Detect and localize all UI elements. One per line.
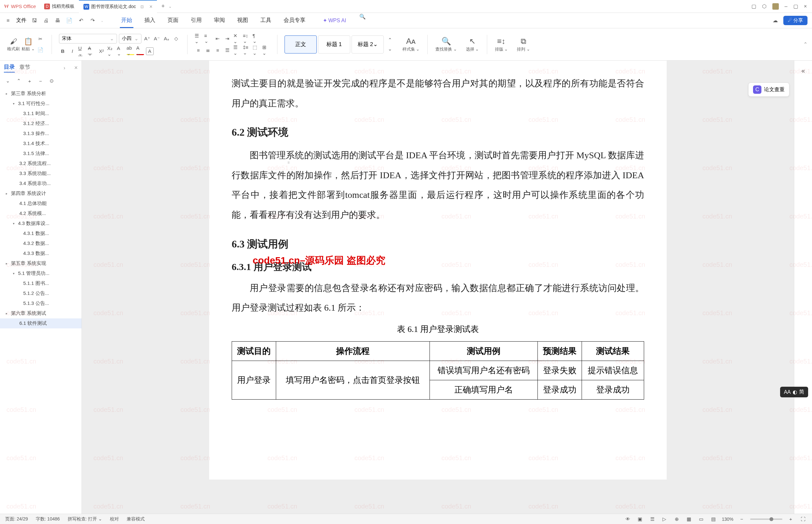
redo-icon[interactable]: ↷ xyxy=(89,17,96,24)
highlight-button[interactable]: ab ⌄ xyxy=(127,47,134,55)
toc-item[interactable]: 3.1.5 法律... xyxy=(0,149,82,159)
zoom-out-button[interactable]: − xyxy=(738,515,746,523)
toc-item[interactable]: 3.3 系统功能... xyxy=(0,168,82,179)
save-as-icon[interactable]: 🖨 xyxy=(43,17,50,24)
style-heading1[interactable]: 标题 1 xyxy=(318,35,350,53)
status-play-icon[interactable]: ▷ xyxy=(661,515,668,523)
select-button[interactable]: ↖ 选择 ⌄ xyxy=(463,37,482,52)
user-avatar[interactable] xyxy=(772,3,779,10)
align-left-button[interactable]: ≡ xyxy=(195,46,202,54)
undo-icon[interactable]: ↶ xyxy=(77,17,84,24)
numbered-list-button[interactable]: ≡ ⌄ xyxy=(204,35,212,43)
sort-button[interactable]: ≡↕ ⌄ xyxy=(243,35,251,43)
font-color-button[interactable]: A ⌄ xyxy=(136,47,144,55)
maximize-icon[interactable]: ▢ xyxy=(793,3,798,9)
toc-item[interactable]: 3.1.3 操作... xyxy=(0,129,82,138)
toc-item[interactable]: 4.1 总体功能 xyxy=(0,198,82,209)
status-squares-icon[interactable]: ▦ xyxy=(685,515,693,523)
text-effects-button[interactable]: A ⌄ xyxy=(117,47,125,55)
menu-tab-review[interactable]: 审阅 xyxy=(213,13,226,28)
rail-collapse-icon[interactable]: « xyxy=(798,65,809,76)
toc-item[interactable]: 6.1 软件测试 xyxy=(0,318,82,328)
print-icon[interactable]: 🖶 xyxy=(54,17,61,24)
view-page-icon[interactable]: ▢ xyxy=(751,3,756,9)
paragraph-handle-icon[interactable]: ⠿ xyxy=(287,161,290,165)
line-spacing-button[interactable]: ‡≡ ⌄ xyxy=(243,46,251,54)
app-logo[interactable]: WPS Office xyxy=(0,3,40,9)
toc-item[interactable]: ▾5.1 管理员功... xyxy=(0,268,82,278)
wps-ai-button[interactable]: ✦WPS AI xyxy=(323,13,346,28)
thesis-check-button[interactable]: C 论文查重 xyxy=(748,82,790,97)
decrease-indent-button[interactable]: ⇤ xyxy=(214,35,222,43)
status-web-icon[interactable]: ▤ xyxy=(710,515,717,523)
status-book-icon[interactable]: ▭ xyxy=(697,515,705,523)
sidebar-remove-icon[interactable]: − xyxy=(37,77,45,85)
zoom-slider[interactable] xyxy=(750,519,782,520)
subscript-button[interactable]: X₂ ⌄ xyxy=(107,47,115,55)
char-shading-button[interactable]: A xyxy=(146,47,154,55)
sidebar-next-icon[interactable]: › xyxy=(64,65,65,71)
toc-caret-icon[interactable]: ▾ xyxy=(13,272,17,275)
align-right-button[interactable]: ≡ xyxy=(214,46,222,54)
clear-format-icon[interactable]: ◇ xyxy=(172,35,180,43)
align-distribute-button[interactable]: ☰ ⌄ xyxy=(233,46,241,54)
font-size-toggle[interactable]: AA ◐ 简 xyxy=(780,387,808,397)
status-eye-icon[interactable]: 👁 xyxy=(624,515,632,523)
tab-dropdown-icon[interactable]: ⌄ xyxy=(168,4,172,9)
tab-pin-icon[interactable]: ⊡ xyxy=(140,4,144,9)
toc-item[interactable]: 3.1.4 技术... xyxy=(0,138,82,149)
status-page[interactable]: 页面: 24/29 xyxy=(5,516,28,522)
paste-icon[interactable]: 📋 xyxy=(23,37,33,46)
status-proofread[interactable]: 校对 xyxy=(110,516,119,522)
toc-item[interactable]: 3.4 系统非功... xyxy=(0,179,82,189)
ribbon-collapse-icon[interactable]: ⌃ xyxy=(803,41,808,47)
toc-item[interactable]: 3.2 系统流程... xyxy=(0,159,82,168)
status-page-layout-icon[interactable]: ▣ xyxy=(636,515,644,523)
style-next-button[interactable]: ⌄ xyxy=(386,45,394,53)
print-preview-icon[interactable]: 📄 xyxy=(66,17,73,24)
superscript-button[interactable]: X² xyxy=(98,47,105,55)
document-viewport[interactable]: ⠿ 测试主要目的就是验证开发完成的程序是不是能够符合用户对其的期望，以及程序的所… xyxy=(82,61,794,514)
menu-tab-home[interactable]: 开始 xyxy=(120,13,133,28)
sidebar-gear-icon[interactable]: ⊙ xyxy=(48,77,55,85)
tab-close-icon[interactable]: × xyxy=(150,4,152,10)
sidebar-expand-icon[interactable]: ⌃ xyxy=(15,77,22,85)
toc-item[interactable]: ▾4.3 数据库设... xyxy=(0,218,82,229)
strikethrough-button[interactable]: A ⌄ xyxy=(88,47,96,55)
italic-button[interactable]: I xyxy=(69,47,76,55)
font-size-select[interactable]: 小四⌄ xyxy=(119,34,142,44)
align-group-button[interactable]: ⧉ 排列 ⌄ xyxy=(514,37,533,52)
tab-template[interactable]: D 找稻壳模板 xyxy=(40,0,79,13)
toc-caret-icon[interactable]: ▸ xyxy=(6,192,10,195)
underline-button[interactable]: U ⌄ xyxy=(78,47,86,55)
undo-dropdown-icon[interactable]: ⌄ xyxy=(101,18,104,23)
style-prev-button[interactable]: ⌃ xyxy=(386,36,394,44)
menu-tab-reference[interactable]: 引用 xyxy=(189,13,203,28)
share-button[interactable]: ☄ 分享 xyxy=(783,16,808,25)
view-outline-icon[interactable]: ⬡ xyxy=(762,3,766,9)
new-tab-button[interactable]: + xyxy=(160,3,166,9)
file-menu[interactable]: 文件 xyxy=(16,17,27,24)
menu-tab-page[interactable]: 页面 xyxy=(166,13,180,28)
find-replace-button[interactable]: 🔍 查找替换 ⌄ xyxy=(432,37,460,52)
toc-item[interactable]: 4.2 系统模... xyxy=(0,209,82,218)
toc-item[interactable]: ▸第五章 系统实现 xyxy=(0,259,82,268)
sidebar-collapse-icon[interactable]: ⌄ xyxy=(4,77,12,85)
toc-item[interactable]: 3.1.2 经济... xyxy=(0,119,82,129)
menu-tab-insert[interactable]: 插入 xyxy=(143,13,156,28)
toc-caret-icon[interactable]: ▸ xyxy=(6,312,10,315)
copy-icon[interactable]: 📄 xyxy=(37,46,45,54)
menu-tab-view[interactable]: 视图 xyxy=(236,13,249,28)
save-icon[interactable]: 🖫 xyxy=(31,17,38,24)
align-justify-button[interactable]: ☰ xyxy=(223,46,231,54)
status-grid-icon[interactable]: ⊕ xyxy=(673,515,681,523)
sidebar-add-icon[interactable]: + xyxy=(26,77,34,85)
toc-item[interactable]: ▸第三章 系统分析 xyxy=(0,88,82,99)
fullscreen-icon[interactable]: ⛶ xyxy=(799,515,807,523)
toc-item[interactable]: 4.3.3 数据... xyxy=(0,248,82,259)
status-compat[interactable]: 兼容模式 xyxy=(127,516,145,522)
hamburger-icon[interactable]: ≡ xyxy=(4,17,12,24)
increase-indent-button[interactable]: ⇥ xyxy=(223,35,231,43)
status-zoom[interactable]: 130% xyxy=(722,517,733,522)
menu-tab-tools[interactable]: 工具 xyxy=(259,13,272,28)
